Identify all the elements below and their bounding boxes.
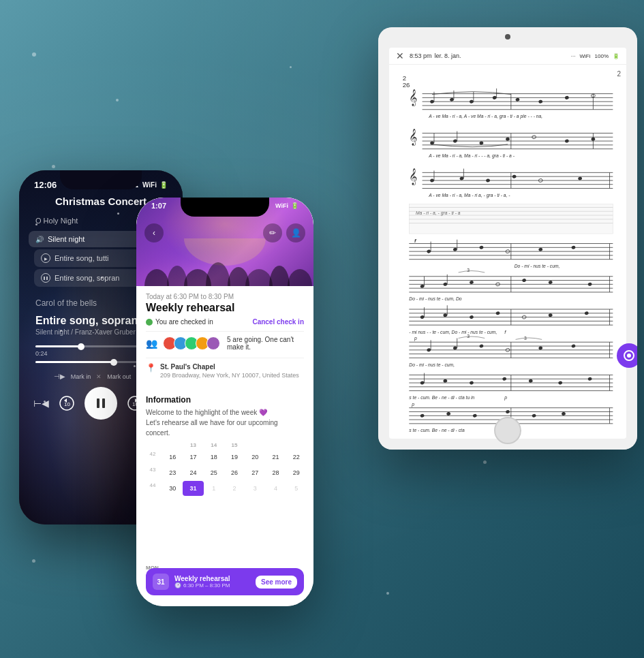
svg-point-163 — [528, 379, 533, 383]
svg-point-13 — [269, 266, 290, 286]
svg-text:3: 3 — [467, 268, 470, 272]
svg-text:26: 26 — [403, 81, 410, 89]
cancel-checkin-button[interactable]: Cancel check in — [252, 318, 304, 326]
cal-row-42: 42 16 17 18 19 20 21 22 — [143, 450, 307, 465]
svg-point-25 — [450, 97, 455, 101]
svg-rect-73 — [409, 204, 613, 234]
play-icon-tutti: ▶ — [41, 253, 50, 263]
middle-phone-status-bar: 1:07 WiFi 🔋 — [136, 202, 313, 210]
event-bar-date: 31 — [153, 574, 169, 590]
location-address: 209 Broadway, New York, NY 10007, United… — [160, 372, 299, 379]
see-more-button[interactable]: See more — [256, 576, 297, 589]
event-bottom-bar: 31 Weekly rehearsal 🕐 6:30 PM – 8:30 PM … — [146, 568, 304, 595]
location-icon: 📍 — [146, 363, 156, 373]
svg-text:3: 3 — [467, 333, 470, 338]
svg-point-64 — [459, 176, 464, 181]
rewind-button[interactable]: 10 — [59, 395, 75, 411]
tablet-record-button[interactable] — [617, 343, 637, 368]
cal-row-43: 43 23 24 25 26 27 28 29 — [143, 465, 307, 480]
svg-point-28 — [515, 97, 520, 101]
page-number: 2 — [617, 70, 621, 78]
back-button[interactable]: ‹ — [144, 223, 164, 242]
skip-to-start-button[interactable]: ⊢◀ — [33, 398, 49, 409]
svg-point-88 — [453, 247, 457, 251]
svg-text:f: f — [414, 238, 417, 244]
event-title: Weekly rehearsal — [146, 302, 304, 314]
svg-point-159 — [420, 381, 425, 385]
svg-text:p: p — [411, 402, 414, 407]
svg-text:𝄞: 𝄞 — [409, 129, 417, 146]
svg-point-109 — [587, 282, 592, 286]
svg-rect-3 — [102, 398, 105, 408]
attendees-row: 👥 5 are going. One can't make it. — [146, 331, 304, 355]
svg-point-185 — [627, 354, 631, 358]
svg-point-141 — [453, 346, 457, 350]
svg-point-165 — [587, 377, 592, 381]
svg-point-12 — [245, 269, 273, 286]
svg-point-181 — [562, 411, 566, 416]
svg-point-178 — [472, 413, 477, 418]
svg-point-66 — [512, 174, 517, 178]
svg-point-7 — [144, 269, 169, 286]
edit-button[interactable]: ✏ — [263, 223, 282, 242]
svg-point-164 — [558, 381, 563, 385]
tablet-time: 8:53 pm — [410, 52, 432, 59]
svg-point-24 — [430, 99, 435, 104]
location-name: St. Paul's Chapel — [160, 362, 299, 372]
svg-point-68 — [578, 176, 583, 181]
svg-point-89 — [479, 245, 484, 249]
svg-point-123 — [470, 315, 474, 319]
svg-text:𝄞: 𝄞 — [409, 89, 417, 107]
checkin-row: You are checked in Cancel check in — [146, 318, 304, 326]
profile-button[interactable]: 👤 — [286, 223, 305, 242]
svg-point-142 — [479, 344, 484, 348]
svg-point-6 — [184, 238, 266, 266]
svg-point-10 — [206, 262, 230, 286]
svg-point-92 — [571, 245, 576, 249]
attendees-icon: 👥 — [146, 338, 157, 349]
avatar-5 — [206, 336, 220, 350]
middle-phone-time: 1:07 — [151, 202, 166, 210]
tablet-home-button[interactable] — [494, 417, 521, 444]
svg-text:s te - cum. Be - ne - di - cta: s te - cum. Be - ne - di - cta tu in — [409, 395, 474, 400]
svg-point-26 — [470, 99, 474, 104]
concert-nav: ‹ ✏ 👤 — [136, 223, 313, 242]
svg-text:Do - mi - nus te - cum,: Do - mi - nus te - cum, — [515, 264, 560, 268]
svg-point-91 — [538, 247, 543, 251]
svg-point-162 — [502, 377, 507, 381]
svg-point-63 — [430, 178, 435, 183]
svg-text:A - ve Ma - ri - a,    A - ve : A - ve Ma - ri - a, A - ve Ma - ri - a, … — [428, 114, 542, 119]
left-phone-time: 12:06 — [34, 180, 57, 190]
svg-text:- mi nus - - te - cum,   Do - : - mi nus - - te - cum, Do - mi - nus te … — [409, 330, 497, 334]
info-text: Welcome to the highlight of the week 💜Le… — [146, 407, 304, 438]
svg-point-29 — [538, 99, 543, 104]
svg-text:p: p — [504, 395, 507, 401]
svg-point-14 — [288, 269, 312, 286]
svg-text:s te - cum.   Be - ne - di - c: s te - cum. Be - ne - di - cta — [409, 428, 465, 433]
svg-point-30 — [564, 95, 569, 99]
calendar-section: 13 14 15 42 16 17 18 19 20 21 22 — [136, 442, 313, 501]
sheet-music-area: 2 2 26 𝄞 — [389, 65, 626, 437]
svg-point-124 — [495, 311, 500, 315]
svg-point-121 — [420, 315, 425, 319]
svg-point-103 — [420, 284, 425, 288]
attendees-text: 5 are going. One can't make it. — [227, 336, 304, 351]
tablet-close-button[interactable]: ✕ — [396, 50, 404, 61]
tablet-camera — [505, 34, 510, 40]
svg-point-65 — [486, 178, 491, 183]
svg-text:𝄞: 𝄞 — [409, 168, 417, 186]
svg-text:Do - mi - nus te - cum, Do: Do - mi - nus te - cum, Do — [409, 296, 462, 301]
svg-point-108 — [548, 280, 553, 284]
svg-point-179 — [506, 409, 510, 413]
svg-point-176 — [420, 413, 425, 418]
svg-rect-2 — [97, 398, 99, 408]
play-pause-button[interactable] — [85, 387, 117, 420]
event-bar-info: Weekly rehearsal 🕐 6:30 PM – 8:30 PM — [174, 575, 256, 589]
middle-status-icons: WiFi 🔋 — [275, 202, 298, 209]
svg-point-127 — [584, 311, 589, 315]
svg-point-161 — [470, 381, 474, 385]
event-details: Today at 6:30 PM to 8:30 PM Weekly rehea… — [136, 286, 313, 392]
info-section: Information Welcome to the highlight of … — [136, 392, 313, 442]
svg-text:10: 10 — [64, 401, 70, 407]
checkin-status: You are checked in — [146, 318, 213, 326]
